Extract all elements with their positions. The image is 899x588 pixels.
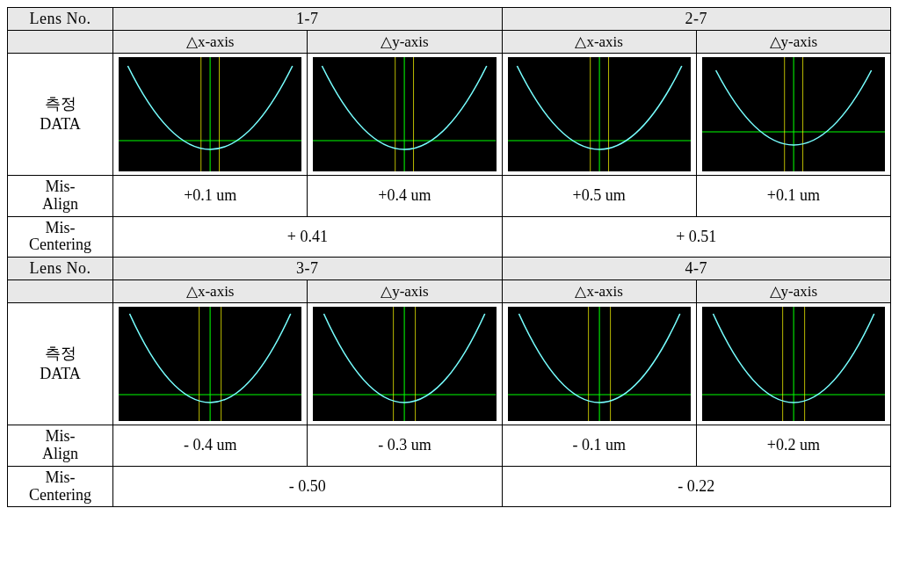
misalign-line2: Align — [42, 445, 78, 462]
profile-thumb — [308, 54, 502, 176]
blank-cell — [8, 31, 113, 54]
lens-measurement-table: Lens No. 1-7 2-7 △x-axis △y-axis △x-axis… — [7, 7, 891, 507]
profile-plot — [508, 57, 691, 171]
axis-header-dy: △y-axis — [696, 31, 890, 54]
axis-header-dy: △y-axis — [308, 280, 502, 303]
miscentering-value: - 0.50 — [113, 466, 502, 507]
misalign-value: - 0.4 um — [113, 425, 308, 467]
miscentering-line1: Mis- — [46, 468, 76, 486]
profile-plot — [313, 57, 496, 171]
miscentering-line1: Mis- — [46, 219, 76, 236]
axis-header-dy: △y-axis — [308, 31, 502, 54]
data-label-line1: 측정 — [45, 345, 76, 362]
data-label-line1: 측정 — [45, 95, 76, 113]
profile-plot — [313, 307, 496, 421]
lens-no-header: Lens No. — [8, 8, 113, 31]
misalign-value: +0.5 um — [502, 176, 696, 217]
misalign-value: - 0.3 um — [308, 425, 502, 467]
profile-thumb — [308, 303, 502, 425]
lens-no-value: 4-7 — [502, 258, 890, 280]
profile-thumb — [113, 303, 308, 425]
misalign-value: +0.1 um — [113, 176, 308, 217]
axis-header-dx: △x-axis — [502, 31, 696, 54]
profile-plot — [508, 307, 691, 421]
profile-thumb — [502, 54, 696, 176]
miscentering-line2: Centering — [29, 486, 91, 504]
data-row-header: 측정 DATA — [8, 303, 113, 425]
misalign-line2: Align — [42, 195, 78, 213]
profile-thumb — [696, 54, 890, 176]
misalign-value: +0.4 um — [308, 176, 502, 217]
lens-no-value: 2-7 — [502, 8, 890, 31]
profile-thumb — [113, 54, 308, 176]
misalign-value: +0.2 um — [696, 425, 890, 467]
profile-plot — [702, 307, 885, 421]
miscentering-row-header: Mis- Centering — [8, 466, 113, 507]
misalign-value: +0.1 um — [696, 176, 890, 217]
data-row-header: 측정 DATA — [8, 54, 113, 176]
miscentering-row-header: Mis- Centering — [8, 216, 113, 258]
data-label-line2: DATA — [40, 115, 81, 133]
profile-thumb — [502, 303, 696, 425]
profile-plot — [119, 57, 301, 171]
miscentering-value: + 0.41 — [113, 216, 502, 258]
profile-thumb — [696, 303, 890, 425]
axis-header-dy: △y-axis — [696, 280, 890, 303]
misalign-row-header: Mis- Align — [8, 176, 113, 217]
data-label-line2: DATA — [40, 365, 81, 382]
axis-header-dx: △x-axis — [113, 31, 308, 54]
misalign-value: - 0.1 um — [502, 425, 696, 467]
miscentering-value: + 0.51 — [502, 216, 890, 258]
miscentering-value: - 0.22 — [502, 466, 890, 507]
lens-no-value: 3-7 — [113, 258, 502, 280]
blank-cell — [8, 280, 113, 303]
misalign-row-header: Mis- Align — [8, 425, 113, 467]
misalign-line1: Mis- — [46, 178, 76, 195]
miscentering-line2: Centering — [29, 236, 91, 253]
lens-no-value: 1-7 — [113, 8, 502, 31]
lens-no-header: Lens No. — [8, 258, 113, 280]
misalign-line1: Mis- — [46, 427, 76, 445]
profile-plot — [119, 307, 301, 421]
axis-header-dx: △x-axis — [113, 280, 308, 303]
axis-header-dx: △x-axis — [502, 280, 696, 303]
profile-plot — [702, 57, 885, 171]
